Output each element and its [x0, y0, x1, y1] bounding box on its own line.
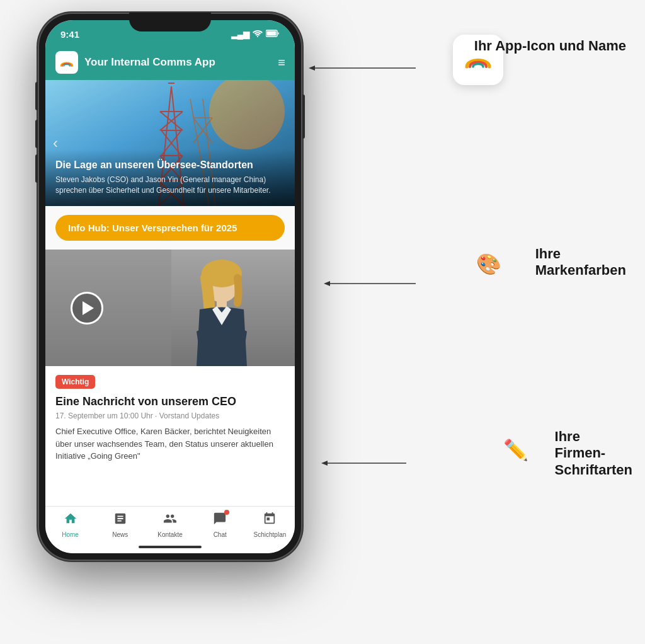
nav-news[interactable]: News [95, 512, 145, 538]
svg-point-0 [257, 36, 258, 37]
article-section: Wichtig Eine Nachricht von unserem CEO 1… [45, 366, 295, 471]
nav-schedule-label: Schichtplan [254, 531, 287, 538]
hero-overlay: Die Lage an unseren Übersee-Standorten S… [45, 149, 295, 206]
bottom-navigation: Home News [45, 506, 295, 541]
phone-mockup: 9:41 ▂▄▆ [38, 13, 302, 561]
banner-section: Info Hub: Unser Versprechen für 2025 [45, 206, 295, 250]
schedule-icon [263, 512, 277, 529]
article-title[interactable]: Eine Nachricht von unserem CEO [55, 395, 285, 408]
news-icon [113, 512, 127, 529]
scene: 9:41 ▂▄▆ [0, 0, 645, 644]
wifi-icon [253, 30, 263, 39]
annotation-app-icon: Ihr App-Icon und Name [474, 38, 626, 54]
home-icon [64, 512, 77, 529]
svg-marker-34 [324, 281, 330, 286]
pencil-emoji: ✏️ [503, 438, 528, 462]
video-section[interactable] [45, 250, 295, 366]
play-triangle-icon [83, 301, 94, 315]
nav-contacts-label: Kontakte [157, 531, 182, 538]
svg-marker-36 [321, 461, 328, 466]
status-icons: ▂▄▆ [231, 30, 280, 39]
nav-contacts[interactable]: Kontakte [145, 512, 195, 538]
app-content: ‹ Die Lage an unseren Übersee-Standorten… [45, 80, 295, 506]
article-excerpt: Chief Executive Office, Karen Bäcker, be… [55, 425, 285, 463]
nav-news-label: News [112, 531, 128, 538]
status-time: 9:41 [60, 29, 79, 40]
article-badge: Wichtig [55, 375, 95, 389]
nav-schedule[interactable]: Schichtplan [245, 512, 295, 538]
svg-rect-2 [267, 32, 277, 36]
hamburger-menu-icon[interactable]: ≡ [278, 55, 285, 70]
chat-icon [213, 512, 227, 529]
nav-home[interactable]: Home [45, 512, 95, 538]
phone-frame: 9:41 ▂▄▆ [38, 13, 302, 561]
home-indicator [45, 541, 295, 553]
signal-icon: ▂▄▆ [231, 30, 249, 39]
hero-subtitle: Steven Jakobs (CSO) and Jason Yin (Gener… [55, 175, 285, 196]
chat-badge [224, 510, 229, 515]
home-bar [139, 546, 202, 548]
app-logo-icon [55, 51, 78, 74]
svg-rect-30 [45, 250, 171, 366]
phone-notch [129, 13, 211, 32]
nav-chat-label: Chat [214, 531, 227, 538]
battery-icon [266, 30, 280, 39]
svg-marker-32 [309, 66, 315, 71]
nav-chat[interactable]: Chat [195, 512, 245, 538]
info-hub-button[interactable]: Info Hub: Unser Versprechen für 2025 [55, 215, 285, 241]
app-header: Your Internal Comms App ≡ [45, 45, 295, 80]
nav-home-label: Home [62, 531, 79, 538]
palette-emoji: 🎨 [476, 252, 501, 276]
annotation-schriftarten: IhreFirmen-Schriftarten [555, 428, 632, 478]
hero-title: Die Lage an unseren Übersee-Standorten [55, 159, 285, 171]
article-meta: 17. September um 10:00 Uhr · Vorstand Up… [55, 411, 285, 420]
hero-section[interactable]: ‹ Die Lage an unseren Übersee-Standorten… [45, 80, 295, 206]
play-button[interactable] [71, 292, 103, 325]
phone-screen: 9:41 ▂▄▆ [45, 20, 295, 553]
contacts-icon [163, 512, 177, 529]
app-title: Your Internal Comms App [84, 56, 271, 69]
annotation-markenfarben: IhreMarkenfarben [535, 246, 626, 279]
